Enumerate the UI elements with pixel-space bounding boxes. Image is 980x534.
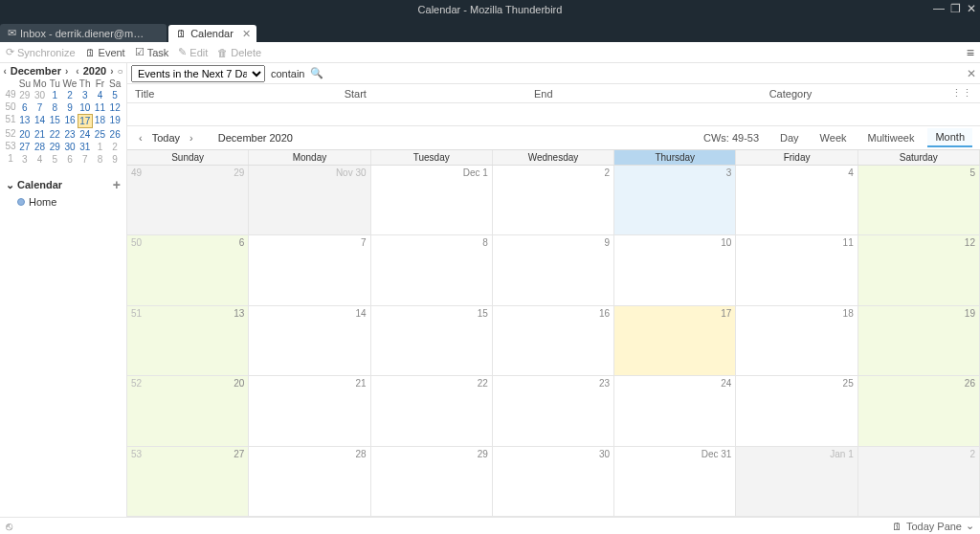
close-filter-icon[interactable]: ✕ bbox=[967, 67, 976, 80]
year-prev-icon[interactable]: ‹ bbox=[76, 66, 78, 77]
next-period-icon[interactable]: › bbox=[186, 132, 197, 144]
grid-day-cell[interactable]: Nov 30 bbox=[249, 166, 370, 234]
tab-close-icon[interactable]: ✕ bbox=[242, 28, 251, 40]
grid-day-cell[interactable]: 10 bbox=[614, 235, 736, 304]
minical-year[interactable]: 2020 bbox=[83, 65, 106, 77]
grid-day-cell[interactable]: 11 bbox=[736, 235, 858, 304]
event-button[interactable]: 🗓 Event bbox=[85, 47, 125, 58]
grid-day-cell[interactable]: 28 bbox=[249, 447, 370, 516]
menu-icon[interactable]: ≡ bbox=[967, 45, 974, 60]
minical-day[interactable]: 31 bbox=[78, 141, 93, 153]
minical-day[interactable]: 26 bbox=[107, 128, 122, 141]
minical-day[interactable]: 19 bbox=[107, 114, 122, 128]
minical-day[interactable]: 6 bbox=[17, 101, 33, 114]
column-picker-icon[interactable]: ⋮⋮ bbox=[944, 87, 980, 100]
minical-day[interactable]: 10 bbox=[78, 101, 93, 114]
minical-day[interactable]: 30 bbox=[62, 141, 78, 153]
grid-day-cell[interactable]: 14 bbox=[249, 306, 370, 375]
grid-day-cell[interactable]: 8 bbox=[371, 235, 493, 304]
grid-day-cell[interactable]: 2 bbox=[858, 447, 980, 516]
minical-day[interactable]: 1 bbox=[47, 89, 62, 101]
grid-day-cell[interactable]: 4 bbox=[736, 166, 858, 234]
minical-day[interactable]: 8 bbox=[47, 101, 62, 114]
minical-day[interactable]: 1 bbox=[93, 141, 108, 153]
minical-day[interactable]: 4 bbox=[33, 153, 48, 166]
prev-period-icon[interactable]: ‹ bbox=[135, 132, 146, 144]
minical-day[interactable]: 6 bbox=[62, 153, 78, 166]
view-day[interactable]: Day bbox=[772, 129, 807, 146]
year-next-icon[interactable]: › bbox=[110, 66, 113, 77]
edit-button[interactable]: ✎ Edit bbox=[178, 46, 208, 58]
grid-day-cell[interactable]: 23 bbox=[493, 376, 614, 445]
grid-day-cell[interactable]: 22 bbox=[371, 376, 493, 445]
col-end[interactable]: End bbox=[450, 88, 638, 100]
minical-day[interactable]: 4 bbox=[93, 89, 108, 101]
view-month[interactable]: Month bbox=[927, 128, 972, 147]
grid-day-cell[interactable]: 16 bbox=[493, 306, 614, 375]
minical-day[interactable]: 18 bbox=[93, 114, 108, 128]
minical-day[interactable]: 16 bbox=[62, 114, 78, 128]
minical-day[interactable]: 5 bbox=[47, 153, 62, 166]
grid-day-cell[interactable]: 2052 bbox=[127, 376, 249, 445]
grid-day-cell[interactable]: 2 bbox=[493, 166, 614, 234]
grid-day-cell[interactable]: 17 bbox=[614, 306, 736, 375]
view-week[interactable]: Week bbox=[813, 129, 855, 146]
minical-day[interactable]: 30 bbox=[33, 89, 48, 101]
delete-button[interactable]: 🗑 Delete bbox=[217, 47, 261, 58]
grid-day-cell[interactable]: 1351 bbox=[127, 306, 249, 375]
minical-day[interactable]: 22 bbox=[47, 128, 62, 141]
col-title[interactable]: Title bbox=[127, 88, 261, 100]
minical-day[interactable]: 12 bbox=[107, 101, 122, 114]
minimize-icon[interactable]: — bbox=[933, 2, 945, 15]
close-icon[interactable]: ✕ bbox=[967, 2, 976, 15]
grid-day-cell[interactable]: Dec 31 bbox=[614, 447, 736, 516]
minical-day[interactable]: 2 bbox=[107, 141, 122, 153]
status-icon[interactable]: ⎋ bbox=[6, 520, 12, 533]
minical-day[interactable]: 7 bbox=[33, 101, 48, 114]
grid-day-cell[interactable]: 9 bbox=[493, 235, 614, 304]
minical-day[interactable]: 25 bbox=[93, 128, 108, 141]
grid-day-cell[interactable]: 29 bbox=[371, 447, 493, 516]
grid-day-cell[interactable]: 19 bbox=[858, 306, 980, 375]
calendar-item-home[interactable]: Home bbox=[0, 194, 126, 210]
tab-calendar[interactable]: 🗓 Calendar ✕ bbox=[168, 25, 256, 42]
view-multiweek[interactable]: Multiweek bbox=[860, 129, 923, 146]
minical-day[interactable]: 23 bbox=[62, 128, 78, 141]
col-category[interactable]: Category bbox=[637, 88, 944, 100]
minical-day[interactable]: 28 bbox=[33, 141, 48, 153]
grid-day-cell[interactable]: 25 bbox=[736, 376, 858, 445]
grid-day-cell[interactable]: 7 bbox=[249, 235, 370, 304]
grid-day-cell[interactable]: 3 bbox=[614, 166, 736, 234]
minical-day[interactable]: 3 bbox=[78, 89, 93, 101]
minical-day[interactable]: 14 bbox=[33, 114, 48, 128]
minical-day[interactable]: 27 bbox=[17, 141, 33, 153]
minical-day[interactable]: 17 bbox=[78, 114, 93, 128]
minical-day[interactable]: 5 bbox=[107, 89, 122, 101]
grid-day-cell[interactable]: 2753 bbox=[127, 447, 249, 516]
grid-day-cell[interactable]: 26 bbox=[858, 376, 980, 445]
today-jump-icon[interactable]: ○ bbox=[118, 66, 123, 77]
minical-day[interactable]: 13 bbox=[17, 114, 33, 128]
month-next-icon[interactable]: › bbox=[65, 66, 68, 77]
grid-day-cell[interactable]: 2949 bbox=[127, 166, 249, 234]
minical-month[interactable]: December bbox=[11, 65, 61, 77]
today-pane-toggle[interactable]: 🗓 Today Pane ⌄ bbox=[892, 520, 974, 532]
minical-day[interactable]: 24 bbox=[78, 128, 93, 141]
grid-day-cell[interactable]: 21 bbox=[249, 376, 370, 445]
range-select[interactable]: Events in the Next 7 Days bbox=[131, 65, 265, 82]
tab-inbox[interactable]: ✉ Inbox - derrik.diener@m… bbox=[0, 24, 167, 42]
grid-day-cell[interactable]: 15 bbox=[371, 306, 493, 375]
grid-day-cell[interactable]: 24 bbox=[614, 376, 736, 445]
search-icon[interactable]: 🔍 bbox=[310, 67, 323, 79]
minical-day[interactable]: 3 bbox=[17, 153, 33, 166]
month-prev-icon[interactable]: ‹ bbox=[3, 66, 6, 77]
col-start[interactable]: Start bbox=[261, 88, 450, 100]
grid-day-cell[interactable]: Dec 1 bbox=[371, 166, 493, 234]
minical-day[interactable]: 8 bbox=[93, 153, 108, 166]
grid-day-cell[interactable]: 650 bbox=[127, 235, 249, 304]
grid-day-cell[interactable]: Jan 1 bbox=[736, 447, 858, 516]
grid-day-cell[interactable]: 30 bbox=[493, 447, 614, 516]
minical-day[interactable]: 9 bbox=[62, 101, 78, 114]
task-button[interactable]: ☑ Task bbox=[135, 46, 169, 58]
grid-day-cell[interactable]: 18 bbox=[736, 306, 858, 375]
